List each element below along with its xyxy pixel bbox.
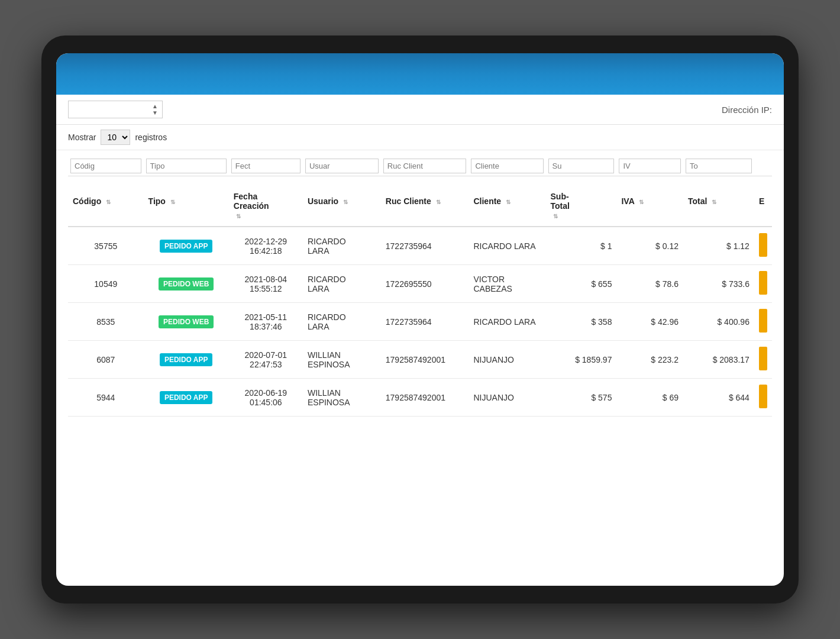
filter-codigo[interactable] bbox=[68, 156, 144, 176]
cell-ruc: 1792587492001 bbox=[381, 341, 469, 379]
cell-estado bbox=[754, 227, 772, 265]
cell-total: $ 733.6 bbox=[683, 265, 754, 303]
filter-fecha[interactable] bbox=[229, 156, 303, 176]
cell-codigo: 10549 bbox=[68, 265, 144, 303]
col-header-tipo[interactable]: Tipo ⇅ bbox=[144, 176, 229, 227]
cell-cliente: NIJUANJO bbox=[469, 379, 545, 417]
sort-usuario-icon[interactable]: ⇅ bbox=[343, 199, 348, 205]
table-row: 5944 PEDIDO APP 2020-06-1901:45:06 WILLI… bbox=[68, 379, 772, 417]
filter-usuario-input[interactable] bbox=[305, 159, 379, 173]
cell-fecha: 2021-08-0415:55:12 bbox=[229, 265, 303, 303]
cell-estado bbox=[754, 341, 772, 379]
filter-iva[interactable] bbox=[616, 156, 683, 176]
tipo-badge: PEDIDO APP bbox=[160, 391, 213, 404]
cell-usuario: RICARDOLARA bbox=[303, 227, 381, 265]
col-codigo-label: Código bbox=[73, 196, 101, 206]
cell-total: $ 1.12 bbox=[683, 227, 754, 265]
col-header-codigo[interactable]: Código ⇅ bbox=[68, 176, 144, 227]
nav-select[interactable] bbox=[68, 101, 163, 118]
col-header-fecha[interactable]: FechaCreación ⇅ bbox=[229, 176, 303, 227]
filter-cliente-input[interactable] bbox=[471, 159, 543, 173]
status-indicator bbox=[759, 309, 767, 333]
tipo-badge: PEDIDO APP bbox=[160, 240, 213, 253]
cell-ruc: 1792587492001 bbox=[381, 379, 469, 417]
col-header-subtotal[interactable]: Sub-Total ⇅ bbox=[546, 176, 617, 227]
sort-iva-icon[interactable]: ⇅ bbox=[639, 199, 644, 205]
toolbar: ▲ ▼ Dirección IP: bbox=[56, 95, 784, 125]
cell-ruc: 1722735964 bbox=[381, 227, 469, 265]
cell-iva: $ 78.6 bbox=[616, 265, 683, 303]
filter-fecha-input[interactable] bbox=[231, 159, 301, 173]
status-indicator bbox=[759, 385, 767, 408]
registros-label: registros bbox=[135, 133, 167, 142]
col-header-cliente[interactable]: Cliente ⇅ bbox=[469, 176, 545, 227]
data-table: Código ⇅ Tipo ⇅ FechaCreación ⇅ bbox=[68, 156, 772, 417]
table-container: Código ⇅ Tipo ⇅ FechaCreación ⇅ bbox=[56, 150, 784, 586]
cell-tipo: PEDIDO APP bbox=[144, 227, 229, 265]
cell-estado bbox=[754, 303, 772, 341]
col-header-estado: E bbox=[754, 176, 772, 227]
col-header-usuario[interactable]: Usuario ⇅ bbox=[303, 176, 381, 227]
cell-codigo: 5944 bbox=[68, 379, 144, 417]
sort-subtotal-icon[interactable]: ⇅ bbox=[553, 213, 558, 220]
cell-tipo: PEDIDO WEB bbox=[144, 265, 229, 303]
col-usuario-label: Usuario bbox=[308, 196, 338, 206]
table-row: 6087 PEDIDO APP 2020-07-0122:47:53 WILLI… bbox=[68, 341, 772, 379]
filter-ruc[interactable] bbox=[381, 156, 469, 176]
table-row: 10549 PEDIDO WEB 2021-08-0415:55:12 RICA… bbox=[68, 265, 772, 303]
sort-cliente-icon[interactable]: ⇅ bbox=[506, 199, 511, 205]
filter-total-input[interactable] bbox=[686, 159, 752, 173]
cell-usuario: WILLIANESPINOSA bbox=[303, 379, 381, 417]
col-tipo-label: Tipo bbox=[148, 196, 166, 206]
filter-total[interactable] bbox=[683, 156, 754, 176]
col-total-label: Total bbox=[688, 196, 707, 206]
cell-usuario: RICARDOLARA bbox=[303, 303, 381, 341]
cell-iva: $ 69 bbox=[616, 379, 683, 417]
sort-ruc-icon[interactable]: ⇅ bbox=[436, 199, 441, 205]
col-header-iva[interactable]: IVA ⇅ bbox=[616, 176, 683, 227]
tablet-frame: ▲ ▼ Dirección IP: Mostrar 10 25 50 regis… bbox=[41, 36, 799, 604]
cell-iva: $ 223.2 bbox=[616, 341, 683, 379]
status-indicator bbox=[759, 271, 767, 295]
tipo-badge: PEDIDO WEB bbox=[159, 277, 214, 291]
filter-subtotal[interactable] bbox=[546, 156, 617, 176]
tipo-badge: PEDIDO APP bbox=[160, 353, 213, 366]
filter-tipo[interactable] bbox=[144, 156, 229, 176]
cell-tipo: PEDIDO WEB bbox=[144, 303, 229, 341]
cell-total: $ 2083.17 bbox=[683, 341, 754, 379]
sort-codigo-icon[interactable]: ⇅ bbox=[106, 199, 111, 205]
cell-total: $ 644 bbox=[683, 379, 754, 417]
filter-usuario[interactable] bbox=[303, 156, 381, 176]
top-bar bbox=[56, 53, 784, 95]
col-header-total[interactable]: Total ⇅ bbox=[683, 176, 754, 227]
cell-estado bbox=[754, 379, 772, 417]
cell-fecha: 2020-07-0122:47:53 bbox=[229, 341, 303, 379]
tipo-badge: PEDIDO WEB bbox=[159, 315, 214, 328]
cell-ruc: 1722695550 bbox=[381, 265, 469, 303]
filter-tipo-input[interactable] bbox=[146, 159, 227, 173]
cell-cliente: VICTOR CABEZAS bbox=[469, 265, 545, 303]
filter-ruc-input[interactable] bbox=[383, 159, 467, 173]
cell-fecha: 2022-12-2916:42:18 bbox=[229, 227, 303, 265]
cell-cliente: RICARDO LARA bbox=[469, 303, 545, 341]
filter-subtotal-input[interactable] bbox=[548, 159, 615, 173]
col-header-ruc[interactable]: Ruc Cliente ⇅ bbox=[381, 176, 469, 227]
sort-tipo-icon[interactable]: ⇅ bbox=[170, 199, 175, 205]
sort-fecha-icon[interactable]: ⇅ bbox=[236, 213, 241, 220]
cell-subtotal: $ 655 bbox=[546, 265, 617, 303]
filter-cliente[interactable] bbox=[469, 156, 545, 176]
cell-usuario: WILLIANESPINOSA bbox=[303, 341, 381, 379]
cell-cliente: RICARDO LARA bbox=[469, 227, 545, 265]
col-cliente-label: Cliente bbox=[473, 196, 501, 206]
filter-estado bbox=[754, 156, 772, 176]
header-row: Código ⇅ Tipo ⇅ FechaCreación ⇅ bbox=[68, 176, 772, 227]
records-per-page-select[interactable]: 10 25 50 bbox=[101, 130, 130, 145]
filter-iva-input[interactable] bbox=[619, 159, 681, 173]
filter-codigo-input[interactable] bbox=[70, 159, 141, 173]
sort-total-icon[interactable]: ⇅ bbox=[712, 199, 716, 205]
cell-cliente: NIJUANJO bbox=[469, 341, 545, 379]
cell-tipo: PEDIDO APP bbox=[144, 341, 229, 379]
tablet-screen: ▲ ▼ Dirección IP: Mostrar 10 25 50 regis… bbox=[56, 53, 784, 586]
cell-fecha: 2021-05-1118:37:46 bbox=[229, 303, 303, 341]
table-row: 35755 PEDIDO APP 2022-12-2916:42:18 RICA… bbox=[68, 227, 772, 265]
